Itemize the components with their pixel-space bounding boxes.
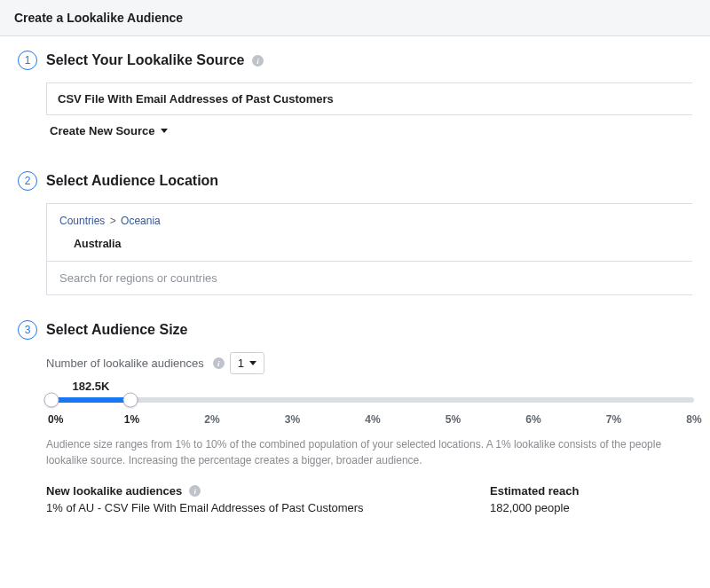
info-icon[interactable]: i (252, 55, 264, 67)
modal-title: Create a Lookalike Audience (14, 11, 696, 25)
audience-size-slider: 182.5K 0%1%2%3%4%5%6%7%8% (46, 397, 694, 427)
slider-tick-label: 7% (606, 413, 621, 426)
step-3-header: 3 Select Audience Size (18, 320, 692, 340)
slider-tick-label: 4% (365, 413, 380, 426)
selected-country[interactable]: Australia (47, 232, 692, 261)
num-audiences-select[interactable]: 1 (230, 352, 264, 374)
slider-value-label: 182.5K (73, 380, 110, 393)
location-box: Countries > Oceania Australia Search for… (46, 203, 692, 295)
num-audiences-value: 1 (238, 357, 244, 370)
caret-down-icon (161, 129, 168, 133)
slider-track[interactable] (51, 397, 694, 403)
create-new-source-dropdown[interactable]: Create New Source (46, 115, 692, 146)
slider-tick-label: 8% (686, 413, 701, 426)
step-1-section: 1 Select Your Lookalike Source i CSV Fil… (18, 51, 692, 146)
slider-tick-label: 6% (525, 413, 540, 426)
slider-handle-end[interactable] (123, 393, 138, 408)
results-row: New lookalike audiences i 1% of AU - CSV… (46, 484, 692, 514)
estimated-reach-value: 182,000 people (490, 501, 579, 514)
step-2-title: Select Audience Location (46, 173, 218, 189)
step-3-section: 3 Select Audience Size Number of lookali… (18, 320, 692, 514)
new-audiences-col: New lookalike audiences i 1% of AU - CSV… (46, 484, 490, 514)
estimated-reach-col: Estimated reach 182,000 people (490, 484, 579, 514)
step-2-header: 2 Select Audience Location (18, 171, 692, 191)
info-icon[interactable]: i (213, 357, 225, 369)
slider-ticks: 0%1%2%3%4%5%6%7%8% (46, 413, 694, 427)
info-icon[interactable]: i (189, 485, 201, 497)
slider-tick-label: 5% (446, 413, 461, 426)
modal-content: 1 Select Your Lookalike Source i CSV Fil… (0, 36, 710, 532)
step-3-title: Select Audience Size (46, 322, 187, 338)
num-audiences-label: Number of lookalike audiences (46, 357, 204, 370)
slider-tick-label: 0% (48, 413, 63, 426)
estimated-reach-label: Estimated reach (490, 484, 579, 498)
num-audiences-row: Number of lookalike audiences i 1 (46, 352, 692, 374)
slider-handle-start[interactable] (44, 393, 59, 408)
step-2-badge: 2 (18, 171, 37, 191)
breadcrumb-separator: > (110, 215, 116, 227)
breadcrumb-countries[interactable]: Countries (59, 215, 105, 227)
step-2-section: 2 Select Audience Location Countries > O… (18, 171, 692, 295)
caret-down-icon (249, 361, 256, 365)
modal-header: Create a Lookalike Audience (0, 0, 710, 36)
step-1-header: 1 Select Your Lookalike Source i (18, 51, 692, 70)
search-regions-input[interactable]: Search for regions or countries (47, 261, 692, 294)
slider-fill (51, 397, 130, 403)
slider-tick-label: 2% (204, 413, 219, 426)
location-breadcrumb: Countries > Oceania (47, 204, 692, 232)
slider-tick-label: 3% (285, 413, 300, 426)
step-3-badge: 3 (18, 320, 37, 340)
step-1-title: Select Your Lookalike Source (46, 52, 245, 67)
audience-size-caption: Audience size ranges from 1% to 10% of t… (46, 436, 703, 468)
step-1-badge: 1 (18, 51, 37, 70)
breadcrumb-region[interactable]: Oceania (121, 215, 161, 227)
slider-tick-label: 1% (124, 413, 139, 426)
create-new-source-label: Create New Source (50, 124, 155, 137)
new-audiences-value: 1% of AU - CSV File With Email Addresses… (46, 501, 490, 514)
source-input[interactable]: CSV File With Email Addresses of Past Cu… (46, 82, 692, 115)
new-audiences-label: New lookalike audiences (46, 484, 182, 498)
